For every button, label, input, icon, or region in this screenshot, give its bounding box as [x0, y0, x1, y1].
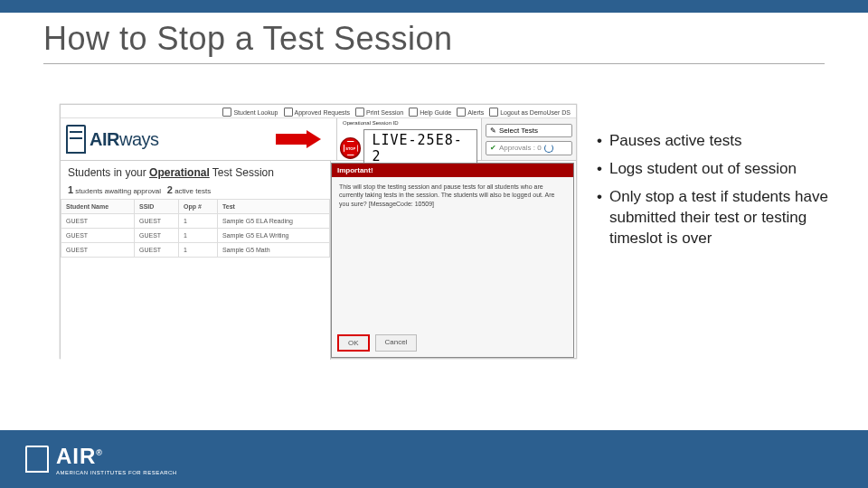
stop-session-button[interactable]: STOP — [341, 138, 360, 158]
table-row[interactable]: GUESTGUEST1Sample G5 ELA Writing — [61, 229, 330, 243]
red-callout-arrow — [276, 130, 321, 148]
footer-bar: AIR® AMERICAN INSTITUTES FOR RESEARCH — [0, 430, 868, 488]
pencil-icon: ✎ — [490, 127, 496, 135]
modal-ok-button[interactable]: OK — [337, 334, 370, 352]
stop-icon: STOP — [344, 141, 358, 155]
session-id: LIVE-25E8-2 — [363, 129, 477, 167]
bullet-item: Logs student out of session — [609, 159, 797, 180]
top-accent-bar — [0, 0, 868, 13]
document-icon — [284, 108, 293, 117]
alert-icon — [457, 108, 466, 117]
slide-title: How to Stop a Test Session — [43, 20, 825, 64]
bullet-item: Pauses active tests — [609, 131, 741, 152]
students-counts: 1 students awaiting approval 2 active te… — [61, 184, 330, 199]
confirm-stop-modal: Important! This will stop the testing se… — [331, 163, 574, 358]
air-footer-logo: AIR® AMERICAN INSTITUTES FOR RESEARCH — [25, 444, 177, 475]
bullet-list: Pauses active tests Logs student out of … — [597, 104, 850, 257]
toolbar-student-lookup[interactable]: Student Lookup — [222, 108, 278, 117]
col-opp[interactable]: Opp # — [179, 200, 218, 214]
session-id-label: Operational Session ID — [341, 118, 401, 126]
toolbar-print-session[interactable]: Print Session — [355, 108, 403, 117]
students-table: Student Name SSID Opp # Test GUESTGUEST1… — [61, 199, 330, 258]
modal-message: This will stop the testing session and p… — [332, 177, 573, 213]
modal-header: Important! — [332, 164, 573, 177]
logout-icon — [489, 108, 498, 117]
toolbar-approved-requests[interactable]: Approved Requests — [284, 108, 350, 117]
help-icon — [409, 108, 418, 117]
select-tests-button[interactable]: ✎ Select Tests — [486, 124, 572, 137]
students-panel-title: Students in your Operational Test Sessio… — [61, 161, 330, 184]
approvals-button[interactable]: ✔ Approvals : 0 — [486, 141, 572, 155]
toolbar-logout[interactable]: Logout as DemoUser DS — [489, 108, 571, 117]
toolbar-alerts[interactable]: Alerts — [457, 108, 484, 117]
search-icon — [222, 108, 231, 117]
modal-cancel-button[interactable]: Cancel — [375, 334, 418, 352]
table-row[interactable]: GUESTGUEST1Sample G5 ELA Reading — [61, 214, 330, 229]
check-icon: ✔ — [490, 144, 496, 152]
col-student-name[interactable]: Student Name — [61, 200, 135, 214]
bullet-item: Only stop a test if students have submit… — [609, 187, 850, 249]
table-row[interactable]: GUESTGUEST1Sample G5 Math — [61, 243, 330, 258]
building-icon — [66, 125, 86, 154]
airways-logo: AIRways — [61, 118, 260, 160]
toolbar-help-guide[interactable]: Help Guide — [409, 108, 451, 117]
app-toolbar: Student Lookup Approved Requests Print S… — [61, 105, 576, 118]
refresh-icon — [544, 144, 553, 153]
col-test[interactable]: Test — [218, 200, 330, 214]
app-screenshot: Student Lookup Approved Requests Print S… — [60, 104, 577, 359]
building-icon — [25, 446, 49, 473]
print-icon — [355, 108, 364, 117]
col-ssid[interactable]: SSID — [135, 200, 179, 214]
